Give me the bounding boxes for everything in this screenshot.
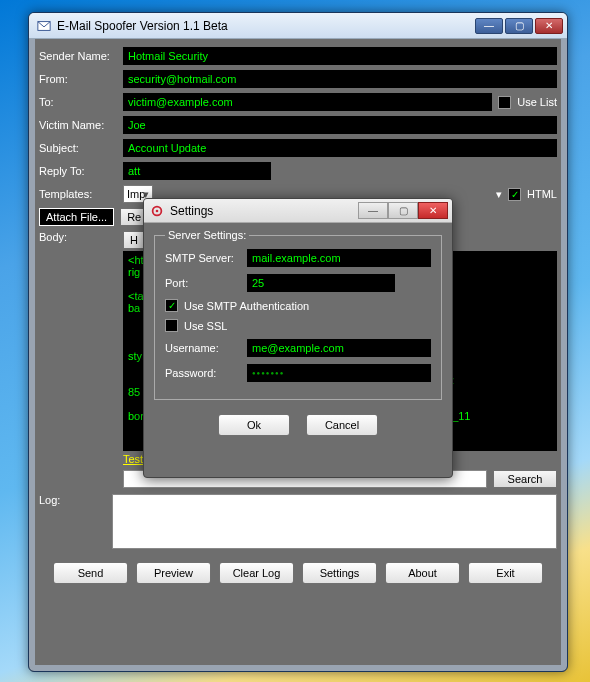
dialog-body: Server Settings: SMTP Server: Port: Use … bbox=[144, 223, 452, 442]
dialog-title: Settings bbox=[170, 204, 352, 218]
html-toggle-button[interactable]: H bbox=[123, 231, 145, 249]
use-list-label: Use List bbox=[517, 96, 557, 108]
smtp-label: SMTP Server: bbox=[165, 252, 241, 264]
log-output bbox=[112, 494, 557, 549]
maximize-button[interactable]: ▢ bbox=[505, 18, 533, 34]
dialog-maximize-button[interactable]: ▢ bbox=[388, 202, 418, 219]
victim-name-label: Victim Name: bbox=[39, 119, 117, 131]
username-input[interactable] bbox=[247, 339, 431, 357]
from-input[interactable] bbox=[123, 70, 557, 88]
cancel-button[interactable]: Cancel bbox=[306, 414, 378, 436]
server-settings-group: Server Settings: SMTP Server: Port: Use … bbox=[154, 229, 442, 400]
use-list-checkbox[interactable] bbox=[498, 96, 511, 109]
reply-to-input[interactable] bbox=[123, 162, 271, 180]
main-button-bar: Send Preview Clear Log Settings About Ex… bbox=[39, 554, 557, 590]
close-button[interactable]: ✕ bbox=[535, 18, 563, 34]
subject-input[interactable] bbox=[123, 139, 557, 157]
sender-name-label: Sender Name: bbox=[39, 50, 117, 62]
use-ssl-checkbox[interactable] bbox=[165, 319, 178, 332]
mail-icon bbox=[37, 19, 51, 33]
dialog-minimize-button[interactable]: — bbox=[358, 202, 388, 219]
password-label: Password: bbox=[165, 367, 241, 379]
dialog-button-bar: Ok Cancel bbox=[154, 408, 442, 436]
victim-name-input[interactable] bbox=[123, 116, 557, 134]
gear-icon bbox=[150, 204, 164, 218]
templates-label: Templates: bbox=[39, 188, 117, 200]
templates-value: Imp bbox=[127, 188, 145, 200]
reply-to-label: Reply To: bbox=[39, 165, 117, 177]
ok-button[interactable]: Ok bbox=[218, 414, 290, 436]
window-buttons: — ▢ ✕ bbox=[475, 18, 563, 34]
settings-dialog: Settings — ▢ ✕ Server Settings: SMTP Ser… bbox=[143, 198, 453, 478]
preview-button[interactable]: Preview bbox=[136, 562, 211, 584]
search-button[interactable]: Search bbox=[493, 470, 557, 488]
port-label: Port: bbox=[165, 277, 241, 289]
password-input[interactable] bbox=[247, 364, 431, 382]
dialog-close-button[interactable]: ✕ bbox=[418, 202, 448, 219]
use-auth-label: Use SMTP Authentication bbox=[184, 300, 309, 312]
dialog-window-buttons: — ▢ ✕ bbox=[358, 202, 448, 219]
html-checkbox[interactable] bbox=[508, 188, 521, 201]
body-label: Body: bbox=[39, 231, 117, 243]
log-label: Log: bbox=[39, 494, 106, 506]
minimize-button[interactable]: — bbox=[475, 18, 503, 34]
send-button[interactable]: Send bbox=[53, 562, 128, 584]
use-auth-checkbox[interactable] bbox=[165, 299, 178, 312]
from-label: From: bbox=[39, 73, 117, 85]
attach-file-button[interactable]: Attach File... bbox=[39, 208, 114, 226]
port-input[interactable] bbox=[247, 274, 395, 292]
about-button[interactable]: About bbox=[385, 562, 460, 584]
username-label: Username: bbox=[165, 342, 241, 354]
subject-label: Subject: bbox=[39, 142, 117, 154]
to-input[interactable] bbox=[123, 93, 492, 111]
to-label: To: bbox=[39, 96, 117, 108]
main-titlebar: E-Mail Spoofer Version 1.1 Beta — ▢ ✕ bbox=[29, 13, 567, 39]
dialog-titlebar: Settings — ▢ ✕ bbox=[144, 199, 452, 223]
main-title: E-Mail Spoofer Version 1.1 Beta bbox=[57, 19, 469, 33]
clear-log-button[interactable]: Clear Log bbox=[219, 562, 294, 584]
smtp-input[interactable] bbox=[247, 249, 431, 267]
sender-name-input[interactable] bbox=[123, 47, 557, 65]
html-label: HTML bbox=[527, 188, 557, 200]
svg-point-2 bbox=[156, 209, 159, 212]
settings-button[interactable]: Settings bbox=[302, 562, 377, 584]
server-settings-legend: Server Settings: bbox=[165, 229, 249, 241]
use-ssl-label: Use SSL bbox=[184, 320, 227, 332]
exit-button[interactable]: Exit bbox=[468, 562, 543, 584]
